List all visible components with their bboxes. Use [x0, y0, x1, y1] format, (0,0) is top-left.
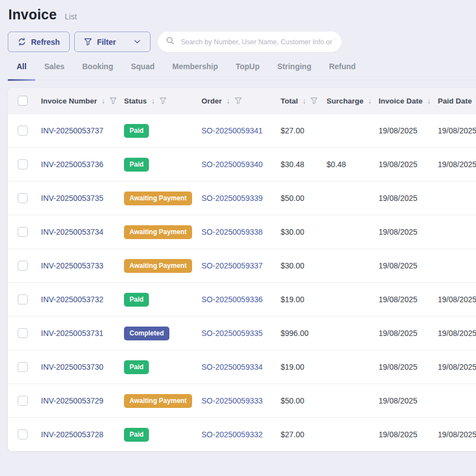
row-checkbox[interactable] — [18, 261, 28, 271]
page-title: Invoice — [8, 7, 57, 22]
invoice-number-link[interactable]: INV-20250053736 — [41, 160, 104, 169]
row-checkbox[interactable] — [18, 396, 28, 406]
total-cell: $30.00 — [281, 249, 327, 283]
tab-booking[interactable]: Booking — [73, 61, 122, 80]
refresh-icon — [18, 38, 26, 46]
search-input[interactable] — [174, 38, 342, 46]
table-row: INV-20250053737 Paid SO-20250059341 $27.… — [8, 114, 476, 148]
invoice-number-link[interactable]: INV-20250053730 — [41, 363, 104, 371]
refresh-button[interactable]: Refresh — [8, 32, 70, 52]
tab-sales[interactable]: Sales — [35, 61, 74, 80]
col-header-paid-date: Paid Date ↓ — [438, 88, 476, 114]
order-link[interactable]: SO-20250059333 — [201, 396, 263, 405]
invoice-table-card: Invoice Number ↓ Status ↓ Order ↓ — [8, 88, 476, 451]
paid-date-cell: 19/08/2025 — [438, 114, 476, 148]
invoice-date-cell: 19/08/2025 — [379, 418, 438, 452]
invoice-date-cell: 19/08/2025 — [379, 283, 438, 317]
surcharge-cell — [327, 350, 379, 384]
paid-date-cell: 19/08/2025 — [438, 283, 476, 317]
paid-date-cell — [438, 182, 476, 215]
status-badge: Awaiting Payment — [124, 225, 192, 239]
col-header-surcharge: Surcharge ↓ — [327, 88, 379, 114]
invoice-number-link[interactable]: INV-20250053737 — [41, 126, 104, 135]
sort-icon[interactable]: ↓ — [101, 96, 105, 105]
paid-date-cell: 19/08/2025 — [438, 317, 476, 350]
row-checkbox[interactable] — [18, 193, 28, 203]
sort-icon[interactable]: ↓ — [226, 96, 230, 105]
surcharge-cell — [327, 418, 379, 452]
tab-stringing[interactable]: Stringing — [268, 61, 320, 80]
total-cell: $27.00 — [281, 418, 327, 452]
invoice-number-link[interactable]: INV-20250053734 — [41, 227, 104, 236]
surcharge-cell — [327, 317, 379, 350]
sort-icon[interactable]: ↓ — [151, 96, 155, 105]
search-box — [158, 32, 342, 52]
invoice-date-cell: 19/08/2025 — [379, 249, 438, 283]
col-header-status: Status ↓ — [124, 88, 201, 114]
col-label: Status — [124, 97, 147, 105]
paid-date-cell: 19/08/2025 — [438, 350, 476, 384]
tab-refund[interactable]: Refund — [320, 61, 364, 80]
filter-icon[interactable] — [311, 97, 318, 104]
table-row: INV-20250053731 Completed SO-20250059335… — [8, 317, 476, 350]
invoice-number-link[interactable]: INV-20250053735 — [41, 194, 104, 203]
invoice-number-link[interactable]: INV-20250053728 — [41, 430, 104, 439]
total-cell: $19.00 — [281, 350, 327, 384]
filter-button-label: Filter — [97, 38, 116, 46]
invoice-date-cell: 19/08/2025 — [379, 350, 438, 384]
sort-icon[interactable]: ↓ — [427, 96, 431, 105]
status-badge: Awaiting Payment — [124, 192, 192, 205]
order-link[interactable]: SO-20250059339 — [201, 194, 263, 203]
status-badge: Awaiting Payment — [124, 259, 192, 273]
col-label: Invoice Number — [41, 97, 97, 105]
tab-membership[interactable]: Membership — [163, 61, 226, 80]
invoice-number-link[interactable]: INV-20250053729 — [41, 396, 104, 405]
filter-button[interactable]: Filter — [74, 32, 151, 52]
tab-all[interactable]: All — [8, 61, 35, 80]
refresh-button-label: Refresh — [31, 38, 60, 46]
filter-icon[interactable] — [159, 97, 167, 104]
invoice-number-link[interactable]: INV-20250053731 — [41, 329, 104, 338]
row-checkbox[interactable] — [18, 362, 28, 372]
row-checkbox[interactable] — [18, 328, 28, 338]
invoice-date-cell: 19/08/2025 — [379, 182, 438, 215]
order-link[interactable]: SO-20250059336 — [201, 295, 263, 304]
order-link[interactable]: SO-20250059332 — [201, 430, 263, 439]
order-link[interactable]: SO-20250059334 — [201, 363, 263, 371]
col-label: Invoice Date — [379, 97, 423, 105]
row-checkbox[interactable] — [18, 159, 28, 169]
invoice-number-link[interactable]: INV-20250053732 — [41, 295, 104, 304]
filter-icon[interactable] — [110, 97, 117, 104]
tab-topup[interactable]: TopUp — [227, 61, 268, 80]
invoice-date-cell: 19/08/2025 — [379, 148, 438, 182]
status-badge: Completed — [124, 327, 169, 340]
tab-squad[interactable]: Squad — [122, 61, 163, 80]
col-label: Paid Date — [438, 97, 472, 105]
row-checkbox[interactable] — [18, 294, 28, 304]
page-subtitle: List — [65, 12, 77, 21]
row-checkbox[interactable] — [18, 126, 28, 136]
row-checkbox[interactable] — [18, 430, 28, 439]
row-checkbox[interactable] — [18, 227, 28, 237]
sort-icon[interactable]: ↓ — [302, 96, 306, 105]
col-header-invoice-number: Invoice Number ↓ — [41, 88, 124, 114]
col-header-total: Total ↓ — [281, 88, 327, 114]
order-link[interactable]: SO-20250059335 — [201, 329, 263, 338]
select-all-checkbox[interactable] — [18, 96, 28, 106]
invoice-date-cell: 19/08/2025 — [379, 317, 438, 350]
order-link[interactable]: SO-20250059341 — [201, 126, 263, 135]
order-link[interactable]: SO-20250059340 — [201, 160, 263, 169]
surcharge-cell — [327, 215, 379, 249]
invoice-number-link[interactable]: INV-20250053733 — [41, 261, 104, 270]
surcharge-cell — [327, 384, 379, 418]
sort-icon[interactable]: ↓ — [368, 96, 372, 105]
surcharge-cell — [327, 283, 379, 317]
filter-icon[interactable] — [235, 97, 242, 104]
order-link[interactable]: SO-20250059337 — [201, 261, 263, 270]
invoice-date-cell: 19/08/2025 — [379, 114, 438, 148]
table-row: INV-20250053735 Awaiting Payment SO-2025… — [8, 182, 476, 215]
total-cell: $996.00 — [281, 317, 327, 350]
status-badge: Awaiting Payment — [124, 394, 192, 408]
order-link[interactable]: SO-20250059338 — [201, 227, 263, 236]
table-row: INV-20250053733 Awaiting Payment SO-2025… — [8, 249, 476, 283]
